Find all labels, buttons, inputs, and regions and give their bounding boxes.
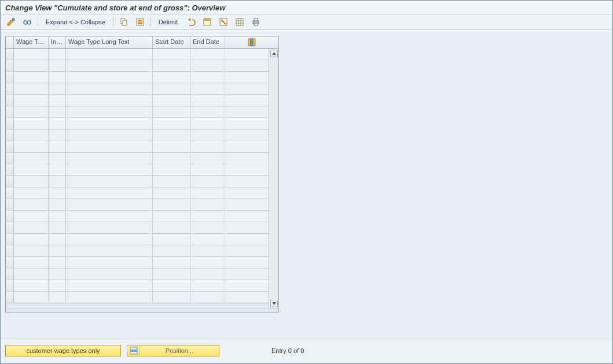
row-selector[interactable]	[6, 83, 14, 94]
scroll-up-button[interactable]	[270, 50, 278, 57]
select-all-button[interactable]	[133, 16, 147, 28]
cell-end-date[interactable]	[190, 234, 225, 245]
cell-inf[interactable]	[49, 234, 66, 245]
cell-end-date[interactable]	[190, 257, 225, 268]
cell-inf[interactable]	[49, 83, 66, 94]
cell-wage-type[interactable]	[14, 245, 49, 256]
customer-wage-types-button[interactable]: customer wage types only	[5, 345, 121, 356]
cell-end-date[interactable]	[190, 153, 225, 164]
cell-long-text[interactable]	[66, 164, 153, 175]
cell-start-date[interactable]	[153, 222, 190, 233]
undo-button[interactable]	[184, 16, 198, 28]
cell-wage-type[interactable]	[14, 211, 49, 222]
cell-end-date[interactable]	[190, 292, 225, 303]
cell-start-date[interactable]	[153, 60, 190, 71]
cell-wage-type[interactable]	[14, 153, 49, 164]
cell-end-date[interactable]	[190, 106, 225, 117]
row-selector[interactable]	[6, 269, 14, 280]
cell-inf[interactable]	[49, 164, 66, 175]
cell-start-date[interactable]	[153, 280, 190, 291]
cell-start-date[interactable]	[153, 187, 190, 198]
cell-wage-type[interactable]	[14, 269, 49, 280]
cell-long-text[interactable]	[66, 106, 153, 117]
cell-wage-type[interactable]	[14, 130, 49, 141]
position-button[interactable]: Position...	[127, 345, 219, 356]
cell-long-text[interactable]	[66, 245, 153, 256]
row-selector[interactable]	[6, 118, 14, 129]
other-view-button[interactable]	[20, 16, 34, 28]
row-selector[interactable]	[6, 280, 14, 291]
delimit-button[interactable]: Delimit	[155, 16, 182, 28]
cell-long-text[interactable]	[66, 234, 153, 245]
cell-long-text[interactable]	[66, 176, 153, 187]
cell-long-text[interactable]	[66, 187, 153, 198]
row-selector-header[interactable]	[6, 36, 14, 48]
cell-start-date[interactable]	[153, 234, 190, 245]
row-selector[interactable]	[6, 257, 14, 268]
col-header-inf[interactable]: Inf...	[49, 36, 66, 48]
cell-long-text[interactable]	[66, 60, 153, 71]
row-selector[interactable]	[6, 245, 14, 256]
cell-inf[interactable]	[49, 72, 66, 83]
cell-long-text[interactable]	[66, 95, 153, 106]
cell-inf[interactable]	[49, 211, 66, 222]
cell-inf[interactable]	[49, 130, 66, 141]
row-selector[interactable]	[6, 292, 14, 303]
cell-wage-type[interactable]	[14, 141, 49, 152]
row-selector[interactable]	[6, 187, 14, 198]
cell-inf[interactable]	[49, 176, 66, 187]
cell-wage-type[interactable]	[14, 222, 49, 233]
cell-long-text[interactable]	[66, 118, 153, 129]
row-selector[interactable]	[6, 164, 14, 175]
cell-inf[interactable]	[49, 49, 66, 60]
cell-end-date[interactable]	[190, 141, 225, 152]
cell-inf[interactable]	[49, 153, 66, 164]
cell-wage-type[interactable]	[14, 234, 49, 245]
cell-start-date[interactable]	[153, 95, 190, 106]
cell-long-text[interactable]	[66, 153, 153, 164]
cell-long-text[interactable]	[66, 72, 153, 83]
cell-wage-type[interactable]	[14, 164, 49, 175]
cell-end-date[interactable]	[190, 222, 225, 233]
cell-start-date[interactable]	[153, 49, 190, 60]
row-selector[interactable]	[6, 49, 14, 60]
scroll-down-button[interactable]	[270, 300, 278, 307]
cell-inf[interactable]	[49, 95, 66, 106]
cell-end-date[interactable]	[190, 118, 225, 129]
row-selector[interactable]	[6, 95, 14, 106]
cell-wage-type[interactable]	[14, 199, 49, 210]
cell-wage-type[interactable]	[14, 280, 49, 291]
col-header-long-text[interactable]: Wage Type Long Text	[66, 36, 153, 48]
cell-wage-type[interactable]	[14, 49, 49, 60]
cell-end-date[interactable]	[190, 49, 225, 60]
cell-wage-type[interactable]	[14, 60, 49, 71]
table-settings-button[interactable]	[233, 16, 247, 28]
row-selector[interactable]	[6, 106, 14, 117]
cell-inf[interactable]	[49, 60, 66, 71]
row-selector[interactable]	[6, 141, 14, 152]
cell-long-text[interactable]	[66, 199, 153, 210]
cell-inf[interactable]	[49, 222, 66, 233]
cell-long-text[interactable]	[66, 222, 153, 233]
cell-wage-type[interactable]	[14, 72, 49, 83]
change-display-button[interactable]	[4, 16, 18, 28]
cell-end-date[interactable]	[190, 83, 225, 94]
row-selector[interactable]	[6, 176, 14, 187]
cell-end-date[interactable]	[190, 164, 225, 175]
cell-end-date[interactable]	[190, 95, 225, 106]
cell-inf[interactable]	[49, 141, 66, 152]
cell-end-date[interactable]	[190, 245, 225, 256]
cell-end-date[interactable]	[190, 176, 225, 187]
cell-start-date[interactable]	[153, 257, 190, 268]
cell-long-text[interactable]	[66, 130, 153, 141]
cell-long-text[interactable]	[66, 211, 153, 222]
cell-inf[interactable]	[49, 292, 66, 303]
select-block-button[interactable]	[200, 16, 214, 28]
row-selector[interactable]	[6, 234, 14, 245]
cell-inf[interactable]	[49, 257, 66, 268]
cell-wage-type[interactable]	[14, 187, 49, 198]
row-selector[interactable]	[6, 153, 14, 164]
row-selector[interactable]	[6, 222, 14, 233]
cell-wage-type[interactable]	[14, 257, 49, 268]
cell-wage-type[interactable]	[14, 106, 49, 117]
